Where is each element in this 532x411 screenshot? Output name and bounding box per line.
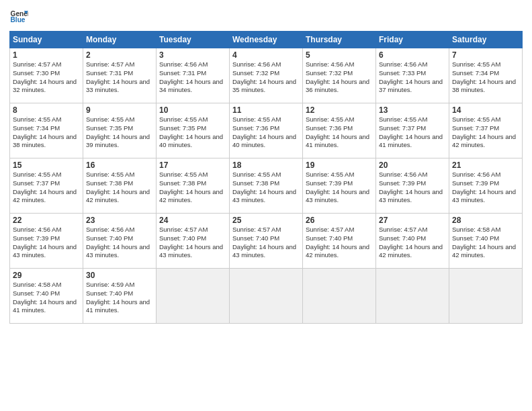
day-number: 25: [232, 216, 300, 225]
day-number: 17: [159, 161, 226, 170]
calendar-cell: 29Sunrise: 4:58 AMSunset: 7:40 PMDayligh…: [10, 269, 83, 324]
dow-header: Tuesday: [157, 32, 230, 48]
day-number: 7: [452, 50, 519, 60]
calendar-cell: 21Sunrise: 4:56 AMSunset: 7:39 PMDayligh…: [449, 158, 523, 214]
calendar-cell: 22Sunrise: 4:56 AMSunset: 7:39 PMDayligh…: [10, 214, 83, 269]
day-info: Sunrise: 4:56 AMSunset: 7:32 PMDaylight:…: [306, 60, 373, 95]
day-info: Sunrise: 4:57 AMSunset: 7:40 PMDaylight:…: [159, 226, 226, 260]
calendar-cell: 1Sunrise: 4:57 AMSunset: 7:30 PMDaylight…: [10, 48, 83, 103]
day-number: 19: [306, 161, 373, 170]
day-number: 3: [159, 50, 226, 60]
day-number: 22: [13, 216, 80, 225]
calendar-cell: 25Sunrise: 4:57 AMSunset: 7:40 PMDayligh…: [230, 214, 303, 269]
dow-header: Sunday: [10, 32, 83, 48]
calendar-cell: 10Sunrise: 4:55 AMSunset: 7:35 PMDayligh…: [157, 103, 230, 158]
calendar-cell: 9Sunrise: 4:55 AMSunset: 7:35 PMDaylight…: [83, 103, 157, 158]
calendar-cell: 23Sunrise: 4:56 AMSunset: 7:40 PMDayligh…: [83, 214, 157, 269]
day-info: Sunrise: 4:55 AMSunset: 7:34 PMDaylight:…: [452, 60, 519, 95]
day-info: Sunrise: 4:55 AMSunset: 7:38 PMDaylight:…: [86, 171, 153, 205]
day-info: Sunrise: 4:56 AMSunset: 7:39 PMDaylight:…: [13, 226, 80, 260]
day-info: Sunrise: 4:57 AMSunset: 7:30 PMDaylight:…: [13, 60, 80, 95]
header: General Blue: [9, 7, 523, 26]
dow-header: Monday: [83, 32, 157, 48]
calendar-cell: 26Sunrise: 4:57 AMSunset: 7:40 PMDayligh…: [303, 214, 376, 269]
day-number: 8: [13, 105, 80, 115]
calendar-cell: 11Sunrise: 4:55 AMSunset: 7:36 PMDayligh…: [230, 103, 303, 158]
calendar-cell: 6Sunrise: 4:56 AMSunset: 7:33 PMDaylight…: [376, 48, 449, 103]
day-info: Sunrise: 4:58 AMSunset: 7:40 PMDaylight:…: [452, 226, 519, 260]
calendar-week: 29Sunrise: 4:58 AMSunset: 7:40 PMDayligh…: [10, 269, 523, 324]
day-number: 4: [232, 50, 300, 60]
calendar-cell: [303, 269, 376, 324]
calendar-week: 15Sunrise: 4:55 AMSunset: 7:37 PMDayligh…: [10, 158, 523, 214]
day-info: Sunrise: 4:55 AMSunset: 7:35 PMDaylight:…: [86, 116, 153, 150]
days-of-week-row: SundayMondayTuesdayWednesdayThursdayFrid…: [10, 32, 523, 48]
calendar-cell: 20Sunrise: 4:56 AMSunset: 7:39 PMDayligh…: [376, 158, 449, 214]
calendar-cell: 8Sunrise: 4:55 AMSunset: 7:34 PMDaylight…: [10, 103, 83, 158]
day-number: 29: [13, 271, 80, 280]
day-info: Sunrise: 4:56 AMSunset: 7:39 PMDaylight:…: [379, 171, 446, 205]
day-number: 20: [379, 161, 446, 170]
calendar-cell: [230, 269, 303, 324]
day-number: 1: [13, 50, 80, 60]
calendar-cell: 14Sunrise: 4:55 AMSunset: 7:37 PMDayligh…: [449, 103, 523, 158]
day-number: 6: [379, 50, 446, 60]
day-info: Sunrise: 4:55 AMSunset: 7:39 PMDaylight:…: [306, 171, 373, 205]
calendar-cell: 5Sunrise: 4:56 AMSunset: 7:32 PMDaylight…: [303, 48, 376, 103]
day-number: 26: [306, 216, 373, 225]
calendar-week: 22Sunrise: 4:56 AMSunset: 7:39 PMDayligh…: [10, 214, 523, 269]
day-number: 18: [232, 161, 300, 170]
day-info: Sunrise: 4:57 AMSunset: 7:40 PMDaylight:…: [379, 226, 446, 260]
day-info: Sunrise: 4:57 AMSunset: 7:40 PMDaylight:…: [306, 226, 373, 260]
day-number: 13: [379, 105, 446, 115]
calendar-cell: 7Sunrise: 4:55 AMSunset: 7:34 PMDaylight…: [449, 48, 523, 103]
day-number: 23: [86, 216, 153, 225]
calendar-week: 8Sunrise: 4:55 AMSunset: 7:34 PMDaylight…: [10, 103, 523, 158]
day-info: Sunrise: 4:57 AMSunset: 7:40 PMDaylight:…: [232, 226, 300, 260]
calendar-cell: 15Sunrise: 4:55 AMSunset: 7:37 PMDayligh…: [10, 158, 83, 214]
day-info: Sunrise: 4:55 AMSunset: 7:38 PMDaylight:…: [232, 171, 300, 205]
day-number: 15: [13, 161, 80, 170]
calendar-cell: 16Sunrise: 4:55 AMSunset: 7:38 PMDayligh…: [83, 158, 157, 214]
day-number: 12: [306, 105, 373, 115]
calendar-cell: 28Sunrise: 4:58 AMSunset: 7:40 PMDayligh…: [449, 214, 523, 269]
calendar-cell: 13Sunrise: 4:55 AMSunset: 7:37 PMDayligh…: [376, 103, 449, 158]
dow-header: Friday: [376, 32, 449, 48]
calendar-cell: 18Sunrise: 4:55 AMSunset: 7:38 PMDayligh…: [230, 158, 303, 214]
calendar-cell: 30Sunrise: 4:59 AMSunset: 7:40 PMDayligh…: [83, 269, 157, 324]
calendar-cell: 4Sunrise: 4:56 AMSunset: 7:32 PMDaylight…: [230, 48, 303, 103]
calendar-cell: 17Sunrise: 4:55 AMSunset: 7:38 PMDayligh…: [157, 158, 230, 214]
day-info: Sunrise: 4:55 AMSunset: 7:34 PMDaylight:…: [13, 116, 80, 150]
calendar-cell: [449, 269, 523, 324]
day-number: 30: [86, 271, 153, 280]
day-info: Sunrise: 4:55 AMSunset: 7:36 PMDaylight:…: [232, 116, 300, 150]
day-info: Sunrise: 4:56 AMSunset: 7:33 PMDaylight:…: [379, 60, 446, 95]
day-number: 24: [159, 216, 226, 225]
calendar-cell: 3Sunrise: 4:56 AMSunset: 7:31 PMDaylight…: [157, 48, 230, 103]
day-info: Sunrise: 4:58 AMSunset: 7:40 PMDaylight:…: [13, 281, 80, 315]
day-info: Sunrise: 4:55 AMSunset: 7:36 PMDaylight:…: [306, 116, 373, 150]
day-number: 21: [452, 161, 519, 170]
dow-header: Thursday: [303, 32, 376, 48]
day-number: 28: [452, 216, 519, 225]
day-number: 27: [379, 216, 446, 225]
day-number: 14: [452, 105, 519, 115]
day-number: 2: [86, 50, 153, 60]
logo-icon: General Blue: [9, 7, 28, 26]
day-info: Sunrise: 4:57 AMSunset: 7:31 PMDaylight:…: [86, 60, 153, 95]
day-number: 5: [306, 50, 373, 60]
day-info: Sunrise: 4:56 AMSunset: 7:40 PMDaylight:…: [86, 226, 153, 260]
day-info: Sunrise: 4:55 AMSunset: 7:37 PMDaylight:…: [452, 116, 519, 150]
calendar-cell: 12Sunrise: 4:55 AMSunset: 7:36 PMDayligh…: [303, 103, 376, 158]
calendar-week: 1Sunrise: 4:57 AMSunset: 7:30 PMDaylight…: [10, 48, 523, 103]
dow-header: Wednesday: [230, 32, 303, 48]
day-number: 11: [232, 105, 300, 115]
logo: General Blue: [9, 7, 28, 26]
day-info: Sunrise: 4:59 AMSunset: 7:40 PMDaylight:…: [86, 281, 153, 315]
calendar-table: SundayMondayTuesdayWednesdayThursdayFrid…: [9, 31, 523, 324]
svg-text:Blue: Blue: [11, 16, 26, 24]
day-info: Sunrise: 4:56 AMSunset: 7:31 PMDaylight:…: [159, 60, 226, 95]
day-number: 10: [159, 105, 226, 115]
day-info: Sunrise: 4:55 AMSunset: 7:35 PMDaylight:…: [159, 116, 226, 150]
calendar-cell: 2Sunrise: 4:57 AMSunset: 7:31 PMDaylight…: [83, 48, 157, 103]
